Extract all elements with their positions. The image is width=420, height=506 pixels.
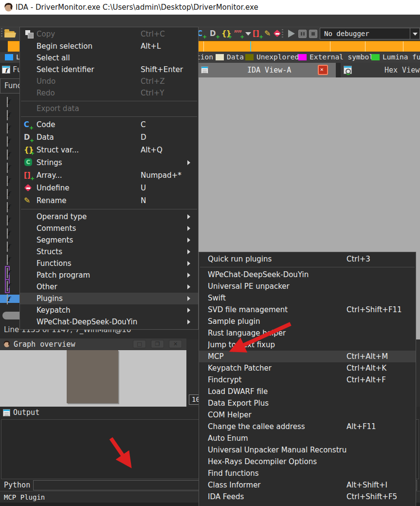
menu-item-export-data[interactable]: Export data [20,103,198,114]
make-data-icon[interactable] [210,29,220,38]
debugger-start-icon[interactable] [288,30,295,37]
menu-item-redo[interactable]: Redo Ctrl+Y [20,87,198,99]
menu-item-undo[interactable]: Undo Ctrl+Z [20,75,198,87]
menu-item-ida-feeds[interactable]: IDA Feeds Ctrl+Shift+F5 [199,491,416,503]
function-row[interactable] [0,163,19,171]
menu-item-change-the-callee-address[interactable]: Change the callee address Alt+F11 [199,421,416,432]
function-row[interactable] [0,150,19,158]
tab-close-icon[interactable] [318,65,328,75]
menu-item-structs[interactable]: Structs [20,246,198,258]
graph-overview-canvas[interactable] [0,350,186,407]
menu-item-begin-selection[interactable]: Begin selection Alt+L [20,40,198,52]
menu-item-find-functions[interactable]: Find functions [199,468,416,479]
debugger-select[interactable]: No debugger [320,28,420,39]
combo-arrow-icon[interactable] [410,28,420,39]
menu-item-select-all[interactable]: Select all [20,52,198,64]
legend-label-lumina: Lumina function [383,53,420,61]
copy-icon [24,29,35,39]
menu-bar-item[interactable] [76,15,89,27]
function-row[interactable] [0,189,19,198]
menu-item-class-informer[interactable]: Class Informer Alt+Shift+I [199,479,416,491]
menu-item-keypatch-patcher[interactable]: Keypatch Patcher Ctrl+Alt+K [199,362,416,374]
function-row[interactable] [0,111,19,119]
menu-item-array[interactable]: Array... Numpad+* [20,169,198,182]
menu-item-data[interactable]: Data D [20,131,198,144]
menu-item-findcrypt[interactable]: Findcrypt Ctrl+Alt+F [199,374,416,386]
menu-item-mcp[interactable]: MCP Ctrl+Alt+M [199,351,416,362]
menu-item-rename[interactable]: Rename N [20,194,198,207]
function-row[interactable] [0,137,19,145]
function-row[interactable] [0,203,19,211]
open-file-icon[interactable] [4,31,15,37]
function-row[interactable] [0,216,19,224]
menu-item-segments[interactable]: Segments [20,234,198,246]
menu-item-svd-file-management[interactable]: SVD file management Ctrl+Shift+F11 [199,304,416,316]
menu-item[interactable] [20,114,198,118]
menu-item-undefine[interactable]: Undefine U [20,182,198,194]
menu-bar-item[interactable] [101,15,114,27]
tab-hex-view[interactable]: Hex View [341,63,420,77]
menu-item-select-identifier[interactable]: Select identifier Shift+Enter [20,64,198,75]
menu-item-comments[interactable]: Comments [20,223,198,234]
function-row[interactable] [0,229,19,237]
menu-item-icon [24,270,35,280]
function-row[interactable] [0,268,19,277]
menu-bar-item[interactable] [0,15,13,27]
menu-item-universal-pe-unpacker[interactable]: Universal PE unpacker [199,281,416,292]
function-row[interactable] [0,176,19,185]
menu-item-quick-run-plugins[interactable]: Quick run plugins Ctrl+3 [199,253,416,265]
toolbar-grip[interactable] [1,28,2,38]
menu-item-sample-plugin[interactable]: Sample plugin [199,316,416,327]
function-row[interactable] [0,255,19,263]
menu-item-copy[interactable]: Copy Ctrl+C [20,28,198,40]
menu-item-struct-var[interactable]: Struct var... Alt+Q [20,144,198,156]
menu-item-swift[interactable]: Swift [199,292,416,304]
debugger-stop-button[interactable] [309,30,317,38]
menu-item-functions[interactable]: Functions [20,258,198,269]
function-row[interactable] [0,124,19,132]
menu-item-icon [24,224,35,233]
tab-ida-view-label: IDA View-A [247,66,291,75]
menu-item-operand-type[interactable]: Operand type [20,211,198,223]
menu-item-wpechat-deepseek-douyin[interactable]: WPeChat-DeepSeek-DouYin [20,316,198,328]
menu-bar-item[interactable] [63,15,76,27]
menu-item-data-export-plus[interactable]: Data Export Plus [199,397,416,409]
menu-item-jump-to-next-fixup[interactable]: Jump to next fixup [199,339,416,351]
debugger-pause-button[interactable] [298,30,307,38]
menu-item-patch-program[interactable]: Patch program [20,269,198,281]
menu-item-icon [24,282,35,292]
tab-ida-view[interactable]: IDA View-A [199,63,336,77]
menu-bar-item[interactable] [13,15,25,27]
menu-item-auto-enum[interactable]: Auto Enum [199,432,416,444]
menu-item-wpechat-deepseek-douyin[interactable]: WPeChat-DeepSeek-DouYin [199,269,416,281]
menu-item[interactable] [199,265,416,269]
menu-item-other[interactable]: Other [20,281,198,293]
window-float-button[interactable]: ❐ [151,340,164,348]
make-code-icon[interactable] [197,29,208,38]
menu-item-hex-rays-decompiler-options[interactable]: Hex-Rays Decompiler Options [199,456,416,468]
menu-item-com-helper[interactable]: COM Helper [199,409,416,421]
menu-bar-item[interactable] [89,15,101,27]
menu-item-keypatch[interactable]: Keypatch [20,304,198,316]
menu-item[interactable] [20,207,198,211]
menu-item-universal-unpacker-manual-reconstruct[interactable]: Universal Unpacker Manual Reconstruct [199,444,416,456]
menu-bar-item[interactable] [114,15,127,27]
menu-item-load-dwarf-file[interactable]: Load DWARF file [199,386,416,397]
make-array-icon[interactable] [253,29,263,38]
make-struct-icon[interactable] [221,29,232,38]
menu-item-strings[interactable]: Strings [20,156,198,169]
menu-item-plugins[interactable]: Plugins [20,293,198,304]
function-row[interactable] [0,242,19,250]
menu-item[interactable] [20,99,198,103]
window-restore-button[interactable]: □ [133,340,146,348]
function-row[interactable] [0,281,19,290]
menu-bar-item[interactable] [38,15,51,27]
function-row[interactable] [0,97,19,106]
menu-bar-item[interactable] [25,15,38,27]
menu-bar-item[interactable] [51,15,63,27]
window-close-button[interactable]: ✕ [169,340,182,348]
make-string-icon[interactable] [234,29,244,38]
menu-item-rust-language-helper[interactable]: Rust language helper [199,327,416,339]
menu-item-code[interactable]: Code C [20,118,198,131]
menu-item[interactable] [199,503,416,506]
